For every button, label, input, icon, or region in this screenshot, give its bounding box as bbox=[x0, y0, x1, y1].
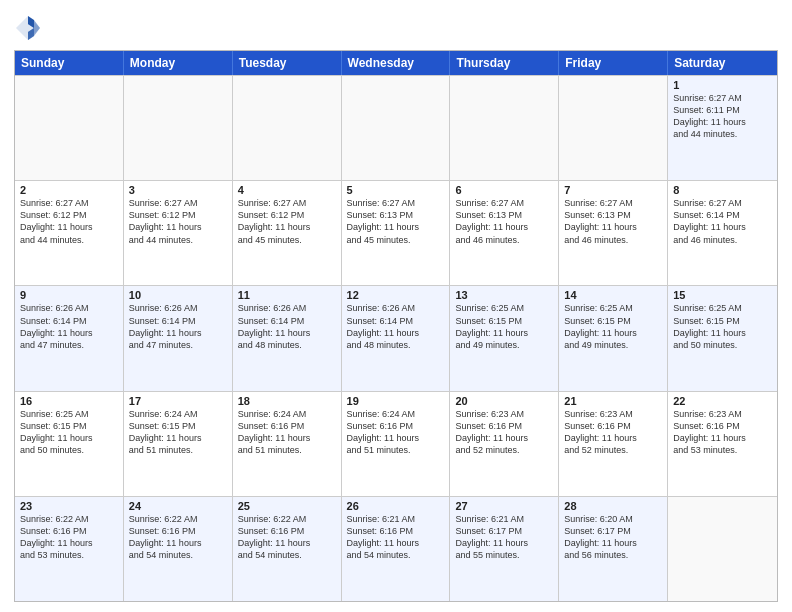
cell-info: Sunrise: 6:27 AM Sunset: 6:12 PM Dayligh… bbox=[20, 197, 118, 246]
day-number: 5 bbox=[347, 184, 445, 196]
calendar-cell-r4-c2: 25Sunrise: 6:22 AM Sunset: 6:16 PM Dayli… bbox=[233, 497, 342, 601]
cell-info: Sunrise: 6:22 AM Sunset: 6:16 PM Dayligh… bbox=[238, 513, 336, 562]
cell-info: Sunrise: 6:23 AM Sunset: 6:16 PM Dayligh… bbox=[564, 408, 662, 457]
cell-info: Sunrise: 6:27 AM Sunset: 6:13 PM Dayligh… bbox=[564, 197, 662, 246]
calendar-row-3: 16Sunrise: 6:25 AM Sunset: 6:15 PM Dayli… bbox=[15, 391, 777, 496]
cell-info: Sunrise: 6:26 AM Sunset: 6:14 PM Dayligh… bbox=[238, 302, 336, 351]
header-day-thursday: Thursday bbox=[450, 51, 559, 75]
cell-info: Sunrise: 6:27 AM Sunset: 6:11 PM Dayligh… bbox=[673, 92, 772, 141]
calendar-cell-r3-c5: 21Sunrise: 6:23 AM Sunset: 6:16 PM Dayli… bbox=[559, 392, 668, 496]
day-number: 23 bbox=[20, 500, 118, 512]
calendar: SundayMondayTuesdayWednesdayThursdayFrid… bbox=[14, 50, 778, 602]
calendar-cell-r2-c4: 13Sunrise: 6:25 AM Sunset: 6:15 PM Dayli… bbox=[450, 286, 559, 390]
header-day-monday: Monday bbox=[124, 51, 233, 75]
calendar-cell-r4-c3: 26Sunrise: 6:21 AM Sunset: 6:16 PM Dayli… bbox=[342, 497, 451, 601]
day-number: 7 bbox=[564, 184, 662, 196]
calendar-row-0: 1Sunrise: 6:27 AM Sunset: 6:11 PM Daylig… bbox=[15, 75, 777, 180]
cell-info: Sunrise: 6:27 AM Sunset: 6:13 PM Dayligh… bbox=[347, 197, 445, 246]
cell-info: Sunrise: 6:25 AM Sunset: 6:15 PM Dayligh… bbox=[455, 302, 553, 351]
calendar-cell-r1-c0: 2Sunrise: 6:27 AM Sunset: 6:12 PM Daylig… bbox=[15, 181, 124, 285]
calendar-cell-r4-c0: 23Sunrise: 6:22 AM Sunset: 6:16 PM Dayli… bbox=[15, 497, 124, 601]
calendar-cell-r3-c2: 18Sunrise: 6:24 AM Sunset: 6:16 PM Dayli… bbox=[233, 392, 342, 496]
day-number: 21 bbox=[564, 395, 662, 407]
calendar-cell-r0-c2 bbox=[233, 76, 342, 180]
day-number: 28 bbox=[564, 500, 662, 512]
cell-info: Sunrise: 6:26 AM Sunset: 6:14 PM Dayligh… bbox=[20, 302, 118, 351]
cell-info: Sunrise: 6:27 AM Sunset: 6:13 PM Dayligh… bbox=[455, 197, 553, 246]
calendar-cell-r3-c4: 20Sunrise: 6:23 AM Sunset: 6:16 PM Dayli… bbox=[450, 392, 559, 496]
logo-icon bbox=[14, 14, 42, 42]
day-number: 11 bbox=[238, 289, 336, 301]
calendar-body: 1Sunrise: 6:27 AM Sunset: 6:11 PM Daylig… bbox=[15, 75, 777, 601]
day-number: 8 bbox=[673, 184, 772, 196]
calendar-row-2: 9Sunrise: 6:26 AM Sunset: 6:14 PM Daylig… bbox=[15, 285, 777, 390]
calendar-cell-r3-c3: 19Sunrise: 6:24 AM Sunset: 6:16 PM Dayli… bbox=[342, 392, 451, 496]
calendar-cell-r1-c5: 7Sunrise: 6:27 AM Sunset: 6:13 PM Daylig… bbox=[559, 181, 668, 285]
cell-info: Sunrise: 6:27 AM Sunset: 6:14 PM Dayligh… bbox=[673, 197, 772, 246]
cell-info: Sunrise: 6:22 AM Sunset: 6:16 PM Dayligh… bbox=[20, 513, 118, 562]
calendar-cell-r3-c0: 16Sunrise: 6:25 AM Sunset: 6:15 PM Dayli… bbox=[15, 392, 124, 496]
calendar-cell-r2-c0: 9Sunrise: 6:26 AM Sunset: 6:14 PM Daylig… bbox=[15, 286, 124, 390]
cell-info: Sunrise: 6:27 AM Sunset: 6:12 PM Dayligh… bbox=[129, 197, 227, 246]
header-day-saturday: Saturday bbox=[668, 51, 777, 75]
day-number: 6 bbox=[455, 184, 553, 196]
cell-info: Sunrise: 6:23 AM Sunset: 6:16 PM Dayligh… bbox=[455, 408, 553, 457]
calendar-cell-r4-c4: 27Sunrise: 6:21 AM Sunset: 6:17 PM Dayli… bbox=[450, 497, 559, 601]
cell-info: Sunrise: 6:27 AM Sunset: 6:12 PM Dayligh… bbox=[238, 197, 336, 246]
cell-info: Sunrise: 6:21 AM Sunset: 6:17 PM Dayligh… bbox=[455, 513, 553, 562]
day-number: 10 bbox=[129, 289, 227, 301]
calendar-cell-r1-c1: 3Sunrise: 6:27 AM Sunset: 6:12 PM Daylig… bbox=[124, 181, 233, 285]
calendar-cell-r3-c1: 17Sunrise: 6:24 AM Sunset: 6:15 PM Dayli… bbox=[124, 392, 233, 496]
calendar-cell-r0-c1 bbox=[124, 76, 233, 180]
header-day-friday: Friday bbox=[559, 51, 668, 75]
calendar-cell-r2-c2: 11Sunrise: 6:26 AM Sunset: 6:14 PM Dayli… bbox=[233, 286, 342, 390]
calendar-cell-r0-c6: 1Sunrise: 6:27 AM Sunset: 6:11 PM Daylig… bbox=[668, 76, 777, 180]
calendar-cell-r2-c3: 12Sunrise: 6:26 AM Sunset: 6:14 PM Dayli… bbox=[342, 286, 451, 390]
calendar-cell-r4-c5: 28Sunrise: 6:20 AM Sunset: 6:17 PM Dayli… bbox=[559, 497, 668, 601]
day-number: 27 bbox=[455, 500, 553, 512]
calendar-cell-r1-c2: 4Sunrise: 6:27 AM Sunset: 6:12 PM Daylig… bbox=[233, 181, 342, 285]
header-day-sunday: Sunday bbox=[15, 51, 124, 75]
day-number: 17 bbox=[129, 395, 227, 407]
day-number: 19 bbox=[347, 395, 445, 407]
logo bbox=[14, 14, 46, 42]
cell-info: Sunrise: 6:24 AM Sunset: 6:16 PM Dayligh… bbox=[347, 408, 445, 457]
calendar-cell-r3-c6: 22Sunrise: 6:23 AM Sunset: 6:16 PM Dayli… bbox=[668, 392, 777, 496]
day-number: 16 bbox=[20, 395, 118, 407]
header-day-tuesday: Tuesday bbox=[233, 51, 342, 75]
day-number: 15 bbox=[673, 289, 772, 301]
cell-info: Sunrise: 6:25 AM Sunset: 6:15 PM Dayligh… bbox=[564, 302, 662, 351]
calendar-cell-r4-c6 bbox=[668, 497, 777, 601]
day-number: 4 bbox=[238, 184, 336, 196]
page: SundayMondayTuesdayWednesdayThursdayFrid… bbox=[0, 0, 792, 612]
calendar-cell-r0-c5 bbox=[559, 76, 668, 180]
day-number: 24 bbox=[129, 500, 227, 512]
header bbox=[14, 10, 778, 42]
calendar-cell-r1-c3: 5Sunrise: 6:27 AM Sunset: 6:13 PM Daylig… bbox=[342, 181, 451, 285]
calendar-cell-r0-c4 bbox=[450, 76, 559, 180]
cell-info: Sunrise: 6:21 AM Sunset: 6:16 PM Dayligh… bbox=[347, 513, 445, 562]
calendar-row-1: 2Sunrise: 6:27 AM Sunset: 6:12 PM Daylig… bbox=[15, 180, 777, 285]
cell-info: Sunrise: 6:25 AM Sunset: 6:15 PM Dayligh… bbox=[673, 302, 772, 351]
cell-info: Sunrise: 6:25 AM Sunset: 6:15 PM Dayligh… bbox=[20, 408, 118, 457]
calendar-cell-r4-c1: 24Sunrise: 6:22 AM Sunset: 6:16 PM Dayli… bbox=[124, 497, 233, 601]
day-number: 12 bbox=[347, 289, 445, 301]
day-number: 9 bbox=[20, 289, 118, 301]
day-number: 25 bbox=[238, 500, 336, 512]
day-number: 26 bbox=[347, 500, 445, 512]
calendar-cell-r2-c6: 15Sunrise: 6:25 AM Sunset: 6:15 PM Dayli… bbox=[668, 286, 777, 390]
calendar-cell-r2-c1: 10Sunrise: 6:26 AM Sunset: 6:14 PM Dayli… bbox=[124, 286, 233, 390]
cell-info: Sunrise: 6:20 AM Sunset: 6:17 PM Dayligh… bbox=[564, 513, 662, 562]
calendar-header: SundayMondayTuesdayWednesdayThursdayFrid… bbox=[15, 51, 777, 75]
day-number: 1 bbox=[673, 79, 772, 91]
cell-info: Sunrise: 6:22 AM Sunset: 6:16 PM Dayligh… bbox=[129, 513, 227, 562]
day-number: 2 bbox=[20, 184, 118, 196]
cell-info: Sunrise: 6:24 AM Sunset: 6:15 PM Dayligh… bbox=[129, 408, 227, 457]
calendar-cell-r2-c5: 14Sunrise: 6:25 AM Sunset: 6:15 PM Dayli… bbox=[559, 286, 668, 390]
day-number: 13 bbox=[455, 289, 553, 301]
cell-info: Sunrise: 6:24 AM Sunset: 6:16 PM Dayligh… bbox=[238, 408, 336, 457]
calendar-row-4: 23Sunrise: 6:22 AM Sunset: 6:16 PM Dayli… bbox=[15, 496, 777, 601]
day-number: 3 bbox=[129, 184, 227, 196]
day-number: 20 bbox=[455, 395, 553, 407]
cell-info: Sunrise: 6:26 AM Sunset: 6:14 PM Dayligh… bbox=[347, 302, 445, 351]
